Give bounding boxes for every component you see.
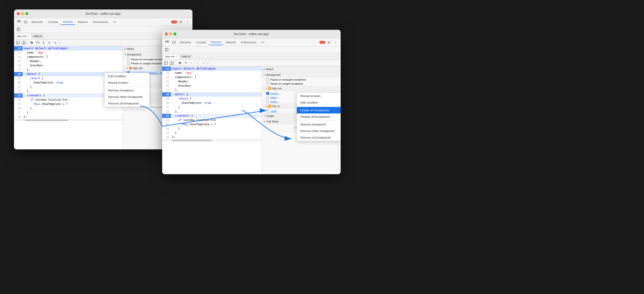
tab-sources-1[interactable]: Sources	[60, 19, 75, 25]
close-button-2[interactable]	[165, 32, 168, 35]
step-into-icon-2[interactable]: ↓	[189, 60, 194, 65]
breakpoints-header-2[interactable]: ▼ Breakpoints	[262, 72, 341, 78]
watch-header-2[interactable]: ▶ Watch	[262, 66, 341, 72]
scope-label-2: Scope	[266, 114, 274, 118]
code-line-2-22: 22 },	[162, 109, 262, 114]
code-line-2-21: 21 }	[162, 105, 262, 109]
resume-icon-2[interactable]	[177, 60, 182, 65]
code-line-2-19: 19 return {	[162, 97, 262, 101]
step-out-icon-2[interactable]: ↑	[195, 60, 200, 65]
ctx-reveal-location-1[interactable]: Reveal location	[104, 79, 149, 86]
more-icon-2[interactable]: ⋮	[332, 39, 339, 45]
code-line-2-18: 18 data() {	[162, 92, 262, 97]
error-badge-1: ✕ 2	[171, 20, 177, 23]
ctx-remove-all-1[interactable]: Remove all breakpoints	[104, 100, 149, 107]
tab-network-2[interactable]: Network	[224, 40, 238, 45]
watch-label-1: Watch	[127, 47, 134, 50]
bp-checkbox-caught[interactable]	[127, 62, 130, 65]
bp-creat-checkbox-2[interactable]	[266, 100, 269, 103]
tab-console-2[interactable]: Console	[194, 40, 208, 45]
minimize-button-1[interactable]	[21, 12, 24, 15]
ctx-edit-condition-2[interactable]: Edit condition	[297, 99, 341, 106]
call-stack-label-2: Call Stack	[266, 120, 278, 123]
sidebar-toggle-icon-2[interactable]	[164, 60, 168, 65]
step-icon-2[interactable]: →	[201, 60, 206, 65]
inspect-icon-2[interactable]	[164, 39, 170, 45]
bp-checkbox-uncaught-2[interactable]	[266, 78, 269, 81]
breakpoint-icon-main-2: B	[268, 105, 271, 108]
file-tab-app-vue-2[interactable]: App.vue ✕	[163, 54, 179, 59]
bp-checkbox-uncaught[interactable]	[127, 58, 130, 61]
bp-data-checkbox-2[interactable]	[266, 96, 269, 99]
bp-pause-caught-2[interactable]: Pause on caught exceptions	[262, 82, 341, 86]
tab-performance-2[interactable]: Performance	[238, 40, 259, 45]
window-title-1: DevTools - coffee-cart.app/	[86, 12, 120, 15]
tab-elements-1[interactable]: Elements	[29, 20, 45, 24]
file-tabs-2: App.vue ✕ main.ts	[162, 53, 341, 60]
bp-pause-uncaught-2[interactable]: Pause on uncaught exceptions	[262, 78, 341, 82]
code-line-2-16: 16 Snackbar	[162, 84, 262, 88]
code-line-12: 12 export default defineCompon	[14, 46, 122, 50]
tab-more-2[interactable]: >>	[259, 40, 267, 45]
svg-rect-23	[164, 61, 168, 64]
step-icon[interactable]	[53, 40, 58, 45]
bp-use-checkbox-2[interactable]	[266, 110, 269, 112]
svg-marker-16	[48, 41, 50, 42]
ctx-remove-all-2[interactable]: Remove all breakpoints	[297, 134, 341, 141]
deactivate-icon[interactable]	[58, 40, 64, 45]
ctx-remove-other-2[interactable]: Remove other breakpoints	[297, 128, 341, 134]
ctx-reveal-location-2[interactable]: Reveal location	[297, 93, 341, 99]
context-menu-2: Reveal location Edit condition Enable al…	[296, 92, 341, 141]
sidebar-icon-2[interactable]	[164, 46, 170, 53]
ctx-remove-other-1[interactable]: Remove other breakpoints	[104, 94, 149, 100]
ctx-disable-all-2[interactable]: Disable all breakpoints	[297, 113, 341, 120]
file-tab-main-ts-1[interactable]: main.ts	[32, 34, 44, 38]
bp-export-text-2: export...	[270, 92, 280, 95]
tab-console-1[interactable]: Console	[46, 20, 60, 24]
tab-performance-1[interactable]: Performance	[90, 20, 110, 24]
bp-checkbox-caught-2[interactable]	[266, 82, 269, 85]
split-view-icon[interactable]	[21, 40, 26, 45]
tab-sources-2[interactable]: Sources	[209, 40, 223, 45]
step-out-icon[interactable]	[47, 40, 52, 45]
ctx-enable-all-2[interactable]: Enable all breakpoints	[297, 107, 341, 113]
file-tab-app-vue-1[interactable]: App.vue ✕	[15, 34, 31, 38]
inspect-icon[interactable]	[16, 19, 22, 25]
split-view-icon-2[interactable]	[170, 60, 174, 65]
tab-elements-2[interactable]: Elements	[178, 40, 193, 45]
app-vue-label-2: App.vue	[272, 87, 282, 90]
step-over-icon-2[interactable]: ↷	[183, 60, 188, 65]
svg-rect-3	[17, 28, 20, 31]
svg-marker-14	[43, 43, 44, 44]
tab-more-1[interactable]: >>	[111, 20, 118, 24]
device-icon[interactable]	[22, 19, 29, 25]
settings-icon-2[interactable]: ⚙	[326, 39, 332, 45]
code-scrollbar-1	[14, 119, 122, 121]
device-icon-2[interactable]	[171, 39, 177, 45]
bp-export-checkbox-2[interactable]: ✓	[266, 92, 269, 95]
app-vue-group-2[interactable]: ▼ B App.vue	[262, 86, 341, 91]
deactivate-icon-2[interactable]	[207, 60, 212, 65]
step-over-icon[interactable]	[35, 40, 40, 45]
svg-rect-2	[24, 21, 27, 23]
ctx-remove-breakpoint-1[interactable]: Remove breakpoint	[104, 87, 149, 94]
minimize-button-2[interactable]	[169, 32, 172, 35]
maximize-button-2[interactable]	[174, 32, 176, 35]
svg-rect-20	[172, 41, 175, 43]
tab-network-1[interactable]: Network	[76, 20, 90, 24]
step-into-icon[interactable]	[41, 40, 46, 45]
code-line-2-13: 13 name: 'App',	[162, 71, 262, 75]
code-editor-2[interactable]: 12 export default defineCompon 13 name: …	[162, 66, 262, 174]
file-tab-main-ts-2[interactable]: main.ts	[180, 54, 192, 58]
close-button-1[interactable]	[17, 12, 20, 15]
code-line-2-25: 25 this.showTemplate = f	[162, 122, 262, 127]
sidebar-icon-1[interactable]	[15, 26, 22, 32]
sidebar-toggle-icon[interactable]	[15, 40, 20, 45]
ctx-remove-bp-2[interactable]: Remove breakpoint	[297, 121, 341, 128]
code-line-27: 27 }	[14, 111, 122, 115]
ctx-edit-condition-1[interactable]: Edit condition	[104, 73, 149, 79]
more-icon-1[interactable]: ⋮	[184, 19, 191, 25]
settings-icon-1[interactable]: ⚙	[178, 19, 184, 25]
maximize-button-1[interactable]	[25, 12, 28, 15]
resume-icon[interactable]	[29, 40, 34, 45]
